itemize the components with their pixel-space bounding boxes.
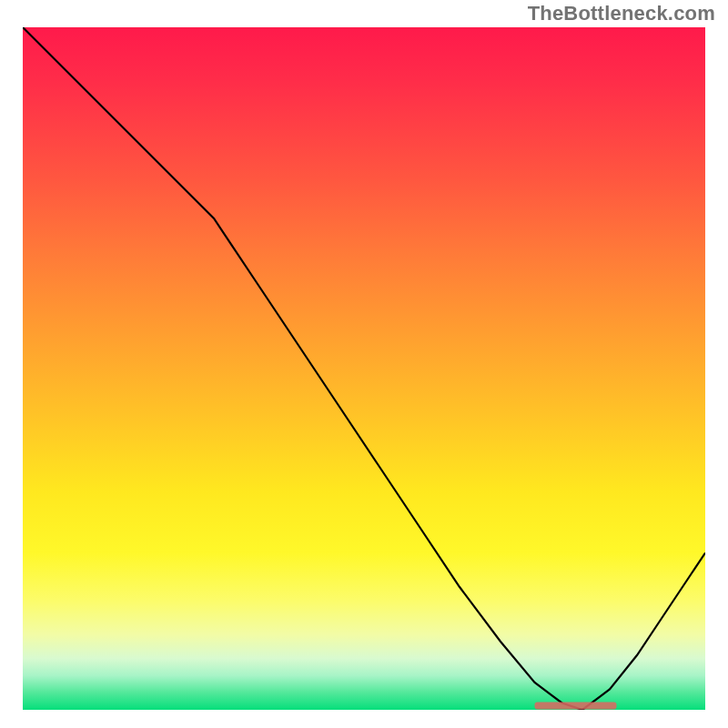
bottleneck-curve [23,27,705,710]
watermark-text: TheBottleneck.com [528,2,715,25]
chart-plot-area [23,27,705,710]
chart-svg [23,27,705,710]
